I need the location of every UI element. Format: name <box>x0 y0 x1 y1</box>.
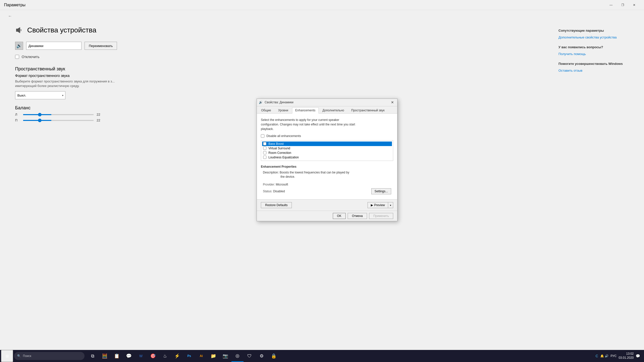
balance-left-slider[interactable] <box>23 114 94 115</box>
loudness-eq-label: Loudness Equalization <box>268 156 299 159</box>
taskbar-photoshop[interactable]: Ps <box>183 350 195 362</box>
status-row: Status: Disabled <box>263 190 285 193</box>
enhancement-loudness-eq[interactable]: Loudness Equalization <box>262 155 392 160</box>
bass-boost-checkbox[interactable] <box>263 142 266 145</box>
task-view-icon: ⧉ <box>91 353 94 359</box>
svg-marker-1 <box>18 27 20 33</box>
dialog-title-bar: 🔊 Свойства: Динамики ✕ <box>257 99 397 106</box>
app7-icon: ⚡ <box>174 353 180 359</box>
title-bar-controls: — ❐ ✕ <box>605 1 640 9</box>
page-title-icon <box>15 26 23 34</box>
tab-levels[interactable]: Уровни <box>275 107 291 113</box>
bass-boost-label: Bass Boost <box>268 142 284 146</box>
rename-button[interactable]: Переименовать <box>85 42 117 50</box>
calculator-icon: 🧮 <box>102 353 107 359</box>
taskbar-chrome[interactable]: ◎ <box>231 350 244 362</box>
taskbar-settings[interactable]: ⚙ <box>256 350 268 362</box>
restore-defaults-button[interactable]: Restore Defaults <box>261 202 292 208</box>
loudness-eq-checkbox[interactable] <box>263 156 266 159</box>
balance-right-slider[interactable] <box>23 120 94 121</box>
tray-time[interactable]: 13:02 03.01.2020 <box>619 352 634 360</box>
close-button[interactable]: ✕ <box>628 1 640 9</box>
tab-general[interactable]: Общие <box>258 107 274 113</box>
taskbar-task-view[interactable]: ⧉ <box>87 350 99 362</box>
spatial-dropdown[interactable]: Выкл. <box>15 91 65 99</box>
disable-all-checkbox[interactable] <box>261 134 264 138</box>
additional-props-link[interactable]: Дополнительные свойства устройства <box>558 35 629 39</box>
taskbar-camera[interactable]: 📷 <box>219 350 231 362</box>
taskbar-app5[interactable]: 🎯 <box>147 350 159 362</box>
taskbar-calculator[interactable]: 🧮 <box>99 350 111 362</box>
feedback-link[interactable]: Оставить отзыв <box>558 69 629 72</box>
help-link[interactable]: Получить помощь <box>558 52 629 56</box>
room-correction-checkbox[interactable] <box>263 151 266 154</box>
back-button[interactable]: ← <box>5 11 15 21</box>
dialog-description: Select the enhancements to apply for you… <box>261 118 393 131</box>
spatial-sound-desc: Выберите формат пространственного звука … <box>15 79 191 88</box>
page-title: Свойства устройства <box>27 26 96 34</box>
tray-icons[interactable]: 🔔 🔊 <box>600 354 609 358</box>
taskbar-lock[interactable]: 🔒 <box>268 350 280 362</box>
dialog-footer: Restore Defaults ▶ Preview ▾ <box>257 199 397 211</box>
props-description-row: Description: Boosts the lowest frequenci… <box>261 170 393 179</box>
tray-cortana[interactable]: C <box>595 354 598 358</box>
back-icon: ← <box>8 14 12 18</box>
provider-row: Provider: Microsoft <box>263 183 288 186</box>
taskbar-search[interactable]: 🔍 Поиск <box>14 352 85 360</box>
enhancement-virtual-surround[interactable]: Virtual Surround <box>262 146 392 151</box>
preview-button[interactable]: ▶ Preview <box>368 202 388 208</box>
start-icon: ⊞ <box>6 354 9 358</box>
taskbar-steam[interactable]: ♨ <box>159 350 171 362</box>
enhancement-room-correction[interactable]: Room Correction <box>262 151 392 155</box>
disable-row: Отключить <box>15 55 191 59</box>
preview-label: Preview <box>374 203 385 207</box>
taskbar-icon-list: ⧉ 🧮 📋 💬 W 🎯 ♨ ⚡ Ps Ai 📁 📷 ◎ 🛡 ⚙ 🔒 <box>87 350 280 362</box>
start-button[interactable]: ⊞ <box>1 350 13 362</box>
settings-button[interactable]: Settings... <box>371 188 391 194</box>
disable-checkbox[interactable] <box>15 55 19 59</box>
page-title-row: Свойства устройства <box>15 26 191 34</box>
restore-button[interactable]: ❐ <box>617 1 628 9</box>
tab-advanced[interactable]: Дополнительно <box>319 107 347 113</box>
folder-icon: 📁 <box>211 353 216 359</box>
spatial-dropdown-wrapper: Выкл. ▾ <box>15 91 65 99</box>
device-icon: 🔊 <box>15 42 23 50</box>
device-name-input[interactable] <box>26 42 82 50</box>
taskbar-app7[interactable]: ⚡ <box>171 350 183 362</box>
properties-dialog: 🔊 Свойства: Динамики ✕ Общие Уровни Enha… <box>257 99 397 221</box>
taskbar-illustrator[interactable]: Ai <box>195 350 207 362</box>
tray-language[interactable]: РУС <box>611 354 617 358</box>
taskbar-folder[interactable]: 📁 <box>207 350 219 362</box>
taskbar-word[interactable]: W <box>135 350 147 362</box>
device-name-row: 🔊 Переименовать <box>15 42 191 50</box>
virtual-surround-checkbox[interactable] <box>263 147 266 150</box>
left-panel: Свойства устройства 🔊 Переименовать Откл… <box>15 21 191 361</box>
tab-spatial[interactable]: Пространственный звук <box>348 107 388 113</box>
enhancement-bass-boost[interactable]: Bass Boost <box>262 142 392 146</box>
footer-right: ▶ Preview ▾ <box>368 202 393 208</box>
disable-all-label: Disable all enhancements <box>266 134 301 138</box>
taskbar-defender[interactable]: 🛡 <box>244 350 256 362</box>
taskbar-discord[interactable]: 💬 <box>123 350 135 362</box>
minimize-button[interactable]: — <box>605 1 617 9</box>
dialog-close-button[interactable]: ✕ <box>390 100 395 105</box>
provider-label: Provider: <box>263 183 276 186</box>
disable-label: Отключить <box>22 55 39 59</box>
preview-dropdown-button[interactable]: ▾ <box>388 202 393 208</box>
right-panel: Сопутствующие параметры Дополнительные с… <box>558 21 629 361</box>
tray-action-center[interactable]: 💬 <box>636 354 640 358</box>
camera-icon: 📷 <box>223 353 228 359</box>
lock-icon: 🔒 <box>271 353 276 359</box>
dialog-title-text: Свойства: Динамики <box>265 101 293 104</box>
ok-button[interactable]: OK <box>333 213 346 219</box>
app5-icon: 🎯 <box>150 353 156 359</box>
cancel-button[interactable]: Отмена <box>348 213 367 219</box>
tab-enhancements[interactable]: Enhancements <box>292 107 319 114</box>
word-icon: W <box>139 354 142 358</box>
taskbar-taskview2[interactable]: 📋 <box>111 350 123 362</box>
dialog-tabs: Общие Уровни Enhancements Дополнительно … <box>257 106 397 114</box>
balance-title: Баланс <box>15 105 191 111</box>
apply-button[interactable]: Применить <box>369 213 393 219</box>
search-icon: 🔍 <box>17 354 21 358</box>
illustrator-icon: Ai <box>200 354 203 358</box>
